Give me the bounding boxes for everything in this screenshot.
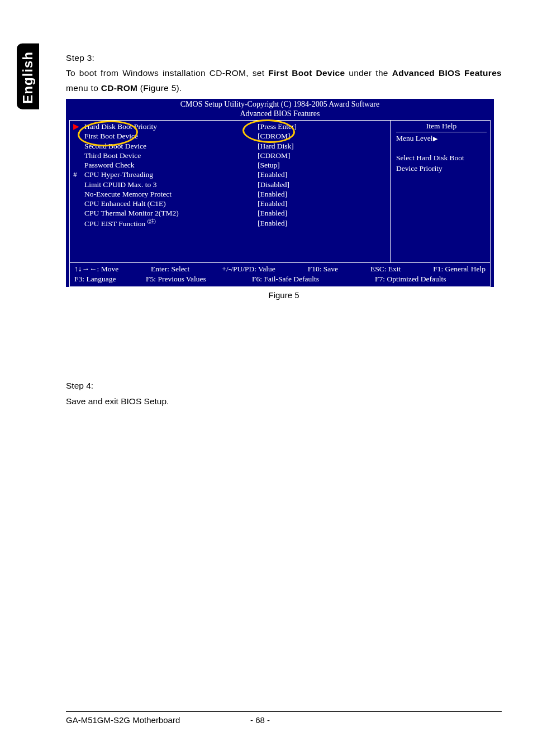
bios-value: [CDROM] — [258, 151, 291, 160]
page-footer: GA-M51GM-S2G Motherboard - 68 - — [66, 711, 502, 725]
bios-footer-row: ↑↓→←: Move Enter: Select +/-/PU/PD: Valu… — [74, 264, 486, 274]
bios-row: CPU Thermal Monitor 2(TM2) [Enabled] — [73, 208, 390, 218]
bios-row: Third Boot Device [CDROM] — [73, 151, 390, 160]
triangle-icon: ▶ — [73, 122, 84, 131]
bios-label-sup: (註) — [147, 218, 156, 224]
bios-value: [Setup] — [258, 160, 280, 170]
bios-row: ▶ Hard Disk Boot Priority [Press Enter] — [73, 122, 390, 131]
step3-text-g: (Figure 5). — [137, 83, 182, 93]
bios-label: CPU Hyper-Threading — [84, 170, 258, 179]
bios-value: [Hard Disk] — [258, 141, 294, 151]
bios-left-panel: ▶ Hard Disk Boot Priority [Press Enter] … — [70, 121, 391, 262]
bios-key-select: Enter: Select — [151, 264, 189, 274]
bios-value: [Enabled] — [258, 189, 287, 199]
bios-key-prev: F5: Previous Values — [146, 274, 252, 284]
bios-footer-row: F3: Language F5: Previous Values F6: Fai… — [74, 274, 486, 284]
bios-indent — [73, 141, 84, 151]
bios-inner: ▶ Hard Disk Boot Priority [Press Enter] … — [69, 120, 491, 263]
bios-value: [CDROM] — [258, 131, 291, 141]
bios-label: CPU EIST Function (註) — [84, 218, 258, 228]
bios-value: [Enabled] — [258, 208, 287, 218]
bios-title1: CMOS Setup Utility-Copyright (C) 1984-20… — [66, 100, 494, 109]
bios-menulevel-text: Menu Level — [396, 134, 433, 142]
bios-value: [Enabled] — [258, 218, 287, 228]
language-tab: English — [17, 44, 39, 109]
bios-header: CMOS Setup Utility-Copyright (C) 1984-20… — [66, 99, 494, 119]
bios-key-language: F3: Language — [74, 274, 146, 284]
bios-label: First Boot Device — [84, 131, 258, 141]
bios-screenshot: CMOS Setup Utility-Copyright (C) 1984-20… — [66, 99, 494, 287]
bios-label: Second Boot Device — [84, 141, 258, 151]
bios-row: First Boot Device [CDROM] — [73, 131, 390, 141]
step4-text: Save and exit BIOS Setup. — [66, 394, 502, 409]
figure-caption: Figure 5 — [66, 290, 502, 300]
spacer — [396, 144, 487, 153]
bios-label: Hard Disk Boot Priority — [84, 122, 258, 131]
bios-value: [Enabled] — [258, 199, 287, 208]
bios-key-failsafe: F6: Fail-Safe Defaults — [252, 274, 375, 284]
step3-text-b: First Boot Device — [268, 68, 345, 78]
footer-page-number: - 68 - — [250, 715, 317, 725]
bios-label: CPU Enhanced Halt (C1E) — [84, 199, 258, 208]
bios-menulevel: Menu Level▶ — [396, 133, 487, 144]
bios-help-line: Device Priority — [396, 164, 487, 174]
step3-text-f: CD-ROM — [101, 83, 138, 93]
bios-value: [Enabled] — [258, 170, 287, 179]
bios-indent — [73, 218, 84, 228]
bios-key-help: F1: General Help — [433, 264, 486, 274]
bios-key-move: ↑↓→←: Move — [74, 264, 118, 274]
step3-body: To boot from Windows installation CD-ROM… — [66, 65, 502, 95]
step4-heading: Step 4: — [66, 378, 502, 393]
bios-label: Password Check — [84, 160, 258, 170]
bios-label: No-Execute Memory Protect — [84, 189, 258, 199]
bios-value: [Disabled] — [258, 180, 289, 189]
bios-row: No-Execute Memory Protect [Enabled] — [73, 189, 390, 199]
bios-indent — [73, 180, 84, 189]
bios-key-optimized: F7: Optimized Defaults — [375, 274, 486, 284]
bios-help-panel: Item Help Menu Level▶ Select Hard Disk B… — [391, 121, 490, 262]
step3-text-a: To boot from Windows installation CD-ROM… — [66, 68, 268, 78]
bios-row: CPU Enhanced Halt (C1E) [Enabled] — [73, 199, 390, 208]
bios-value: [Press Enter] — [258, 122, 297, 131]
bios-row: # CPU Hyper-Threading [Enabled] — [73, 170, 390, 179]
bios-indent — [73, 160, 84, 170]
bios-key-exit: ESC: Exit — [370, 264, 401, 274]
bios-title2: Advanced BIOS Features — [66, 109, 494, 119]
bios-label: Limit CPUID Max. to 3 — [84, 180, 258, 189]
bios-row: Limit CPUID Max. to 3 [Disabled] — [73, 180, 390, 189]
bios-indent — [73, 151, 84, 160]
hash-icon: # — [73, 170, 84, 179]
bios-indent — [73, 199, 84, 208]
bios-key-save: F10: Save — [308, 264, 338, 274]
step3-text-e: menu to — [66, 83, 101, 93]
bios-indent — [73, 131, 84, 141]
triangle-right-icon: ▶ — [433, 135, 437, 142]
bios-indent — [73, 208, 84, 218]
step3-heading: Step 3: — [66, 50, 502, 65]
bios-label: CPU Thermal Monitor 2(TM2) — [84, 208, 258, 218]
bios-indent — [73, 189, 84, 199]
step3-text-c: under the — [345, 68, 392, 78]
step3-text-d: Advanced BIOS Features — [392, 68, 502, 78]
bios-label-text: CPU EIST Function — [84, 219, 145, 227]
page-content: Step 3: To boot from Windows installatio… — [66, 50, 502, 409]
bios-row: Password Check [Setup] — [73, 160, 390, 170]
step4-block: Step 4: Save and exit BIOS Setup. — [66, 378, 502, 408]
bios-row: Second Boot Device [Hard Disk] — [73, 141, 390, 151]
footer-spacer — [317, 715, 502, 725]
footer-product: GA-M51GM-S2G Motherboard — [66, 715, 250, 725]
bios-key-value: +/-/PU/PD: Value — [222, 264, 275, 274]
bios-help-line: Select Hard Disk Boot — [396, 153, 487, 164]
bios-footer: ↑↓→←: Move Enter: Select +/-/PU/PD: Valu… — [69, 263, 491, 287]
bios-row: CPU EIST Function (註) [Enabled] — [73, 218, 390, 228]
bios-help-title: Item Help — [396, 122, 487, 132]
step3-block: Step 3: To boot from Windows installatio… — [66, 50, 502, 95]
bios-label: Third Boot Device — [84, 151, 258, 160]
